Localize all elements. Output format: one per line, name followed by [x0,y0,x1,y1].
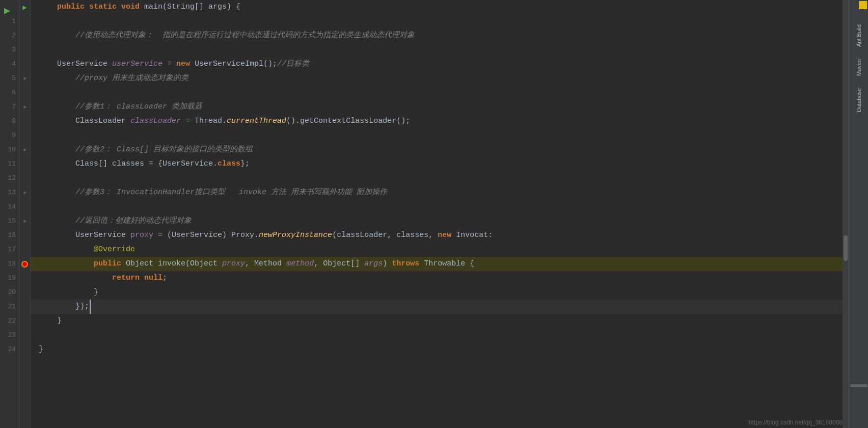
code-line-17: UserService proxy = (UserService) Proxy.… [31,228,843,243]
code-line-4 [31,43,843,57]
code-line-19: public Object invoke(Object proxy, Metho… [31,257,843,271]
code-line-25: } [31,342,843,357]
code-line-5: UserService userService = new UserServic… [31,57,843,71]
code-line-18: @Override [31,243,843,257]
status-indicator [859,1,867,9]
code-line-8: //参数1： classLoader 类加载器 [31,100,843,114]
code-line-10 [31,128,843,143]
gutter-dot-4: ● [23,190,26,196]
code-line-9: ClassLoader classLoader = Thread.current… [31,114,843,128]
horizontal-scroll-indicator [850,384,867,387]
gutter-dot-3: ● [23,147,26,153]
code-line-6: //proxy 用来生成动态对象的类 [31,71,843,86]
right-sidebar: Ant Build Maven Database [849,0,868,428]
gutter: ▶ ● ● ● [19,0,31,428]
scrollbar[interactable] [843,0,849,428]
code-line-2 [31,14,843,29]
run-icon[interactable]: ▶ [4,4,10,17]
code-line-22: }); [31,300,843,314]
code-line-3: //使用动态代理对象： 指的是在程序运行过程中动态通过代码的方式为指定的类生成动… [31,29,843,43]
tab-ant-build[interactable]: Ant Build [854,19,864,52]
status-bar: https://blog.csdn.net/qq_36168068 [749,419,843,426]
run-gutter-icon[interactable]: ▶ [22,3,26,12]
gutter-dot-1: ● [23,76,26,82]
code-line-15 [31,200,843,214]
code-line-21: } [31,285,843,300]
code-line-24 [31,328,843,342]
code-line-11: //参数2： Class[] 目标对象的接口的类型的数组 [31,143,843,157]
code-line-16: //返回值：创建好的动态代理对象 [31,214,843,228]
gutter-dot-5: ● [23,219,26,224]
code-line-20: return null; [31,271,843,285]
breakpoint-icon[interactable] [21,261,28,268]
code-line-1: public static void main(String[] args) { [31,0,843,14]
tab-database[interactable]: Database [854,83,864,117]
code-line-12: Class[] classes = {UserService.class}; [31,157,843,171]
code-line-14: //参数3： InvocationHandler接口类型 invoke 方法 用… [31,185,843,200]
code-line-23: } [31,314,843,328]
code-line-7 [31,86,843,100]
code-content[interactable]: public static void main(String[] args) {… [31,0,843,428]
tab-maven[interactable]: Maven [854,54,864,81]
gutter-dot-2: ● [23,104,26,110]
scrollbar-thumb[interactable] [844,235,848,261]
code-line-13 [31,171,843,185]
line-numbers: 1 2 3 4 5 6 7 8 9 10 11 12 13 14 15 16 1… [0,0,19,428]
